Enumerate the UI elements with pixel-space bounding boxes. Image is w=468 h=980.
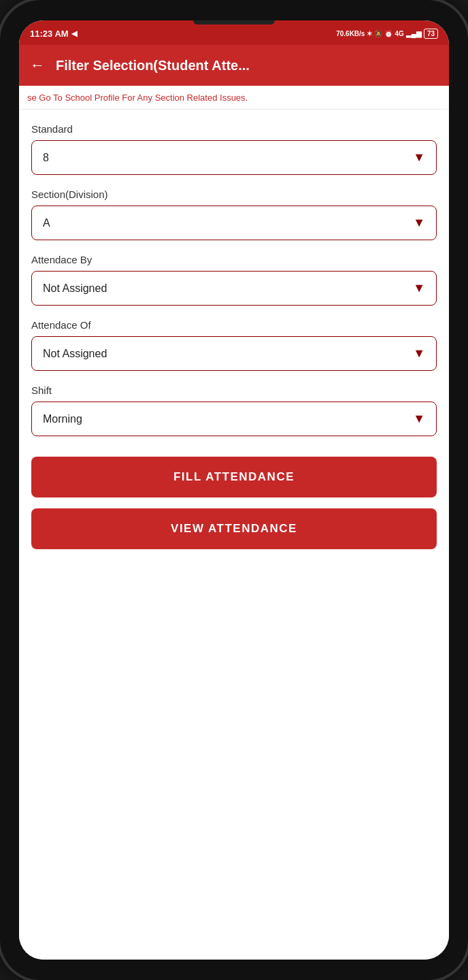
status-info: 70.6KB/s (336, 30, 365, 37)
standard-field-group: Standard 8 ▼ (31, 123, 437, 175)
attendance-of-label: Attendace Of (31, 319, 437, 331)
attendance-of-dropdown-arrow-icon: ▼ (413, 346, 425, 361)
attendance-of-field-group: Attendace Of Not Assigned ▼ (31, 319, 437, 371)
status-left: 11:23 AM ◀ (30, 29, 77, 39)
phone-device: 11:23 AM ◀ 70.6KB/s ✶ 🔕 ⏰ 4G ▂▄▆ 73 ← Fi… (0, 0, 468, 980)
page-title: Filter Selection(Student Atte... (56, 58, 438, 74)
phone-screen: 11:23 AM ◀ 70.6KB/s ✶ 🔕 ⏰ 4G ▂▄▆ 73 ← Fi… (19, 20, 449, 960)
shift-dropdown-arrow-icon: ▼ (413, 412, 425, 426)
mute-icon: 🔕 (374, 30, 382, 37)
fill-attendance-button[interactable]: FILL ATTENDANCE (31, 457, 437, 497)
standard-label: Standard (31, 123, 437, 135)
app-bar: ← Filter Selection(Student Atte... (19, 45, 449, 86)
section-label: Section(Division) (31, 189, 437, 200)
standard-value: 8 (43, 152, 49, 164)
attendance-by-field-group: Attendace By Not Assigned ▼ (31, 254, 437, 306)
alarm-icon: ⏰ (384, 30, 392, 37)
attendance-of-dropdown[interactable]: Not Assigned ▼ (31, 336, 437, 371)
attendance-of-value: Not Assigned (43, 348, 107, 360)
notice-banner: se Go To School Profile For Any Section … (19, 86, 449, 110)
section-dropdown[interactable]: A ▼ (31, 206, 437, 240)
standard-dropdown[interactable]: 8 ▼ (31, 140, 437, 175)
back-button[interactable]: ← (30, 56, 45, 74)
notice-text: se Go To School Profile For Any Section … (27, 93, 248, 103)
status-right: 70.6KB/s ✶ 🔕 ⏰ 4G ▂▄▆ 73 (336, 29, 438, 39)
section-value: A (43, 217, 50, 229)
battery-icon: 73 (424, 29, 438, 39)
section-dropdown-arrow-icon: ▼ (413, 216, 425, 230)
attendance-by-dropdown[interactable]: Not Assigned ▼ (31, 271, 437, 306)
attendance-by-dropdown-arrow-icon: ▼ (413, 281, 425, 295)
view-attendance-button[interactable]: VIEW ATTENDANCE (31, 508, 437, 549)
standard-dropdown-arrow-icon: ▼ (413, 150, 425, 165)
signal-bars-icon: ▂▄▆ (406, 30, 422, 37)
status-bar: 11:23 AM ◀ 70.6KB/s ✶ 🔕 ⏰ 4G ▂▄▆ 73 (19, 20, 449, 45)
shift-value: Morning (43, 413, 82, 425)
shift-label: Shift (31, 385, 437, 396)
attendance-by-value: Not Assigned (43, 282, 107, 295)
shift-field-group: Shift Morning ▼ (31, 385, 437, 436)
attendance-by-label: Attendace By (31, 254, 437, 265)
form-content: Standard 8 ▼ Section(Division) A ▼ Atten… (19, 110, 449, 960)
section-field-group: Section(Division) A ▼ (31, 189, 437, 240)
shift-dropdown[interactable]: Morning ▼ (31, 402, 437, 436)
action-buttons: FILL ATTENDANCE VIEW ATTENDANCE (31, 457, 437, 549)
bluetooth-icon: ✶ (367, 30, 372, 37)
status-time: 11:23 AM (30, 29, 69, 39)
data-icon: 4G (395, 30, 403, 37)
network-icon: ◀ (71, 29, 77, 38)
